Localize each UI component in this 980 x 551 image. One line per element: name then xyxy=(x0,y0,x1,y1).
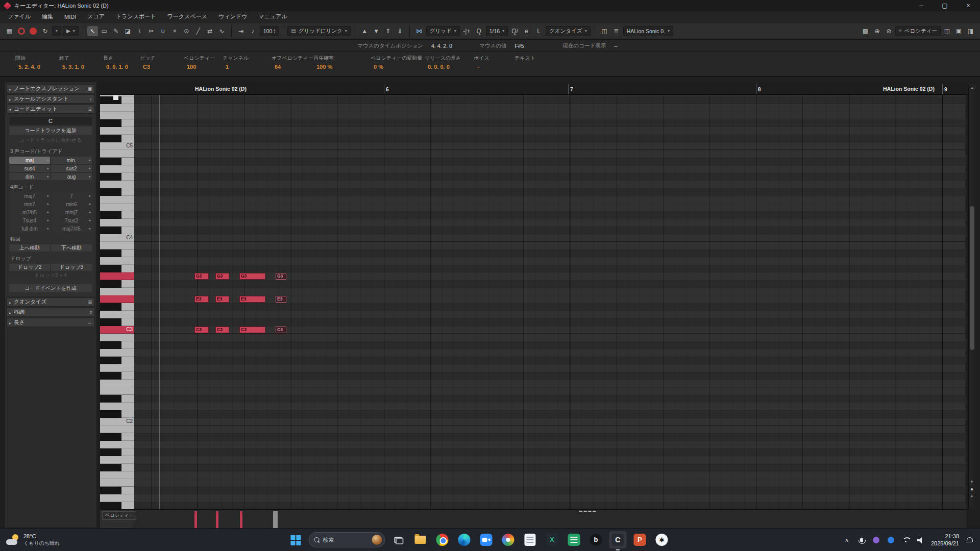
inversion-button[interactable]: 上へ移動 xyxy=(9,244,50,252)
show-part-borders-icon[interactable]: ◫ xyxy=(599,26,610,36)
snap-toggle-button[interactable]: ⋈ xyxy=(414,26,425,36)
seventh-chord-button[interactable]: 7 xyxy=(51,192,92,199)
edge-icon[interactable] xyxy=(455,531,473,548)
lower-zone-icon[interactable]: ▣ xyxy=(953,26,964,36)
velocity-lane[interactable]: ベロシティー xyxy=(100,509,966,528)
draw-tool[interactable]: ✎ xyxy=(111,26,121,36)
piano-key-C4[interactable]: C4 xyxy=(100,234,134,242)
info-field[interactable]: ピッチ C3 xyxy=(140,55,184,76)
piano-key-B3[interactable] xyxy=(100,242,134,249)
search-highlight-icon[interactable] xyxy=(372,535,382,545)
notepad-icon[interactable] xyxy=(521,531,538,548)
piano-key-D#2[interactable] xyxy=(100,395,134,403)
task-view-icon[interactable] xyxy=(389,531,407,548)
info-field[interactable]: チャンネル 1 xyxy=(223,55,272,76)
piano-key-C2[interactable]: C2 xyxy=(100,418,134,425)
piano-key-G3[interactable] xyxy=(100,272,134,280)
midi-input-icon[interactable]: ♪ xyxy=(248,26,258,36)
section-length[interactable]: 長さ ↔ xyxy=(6,318,95,327)
piano-key-G#2[interactable] xyxy=(100,357,134,364)
note-grid[interactable]: G3G3G3G3E3E3E3E3C3C3C3C3 xyxy=(134,95,966,509)
info-field[interactable]: リリースの長さ 0. 0. 0. 0 xyxy=(425,55,474,76)
weather-widget[interactable]: 28°C くもりのち晴れ xyxy=(0,533,153,546)
piano-key-C#4[interactable] xyxy=(100,227,134,234)
add-chord-track-button[interactable]: コードトラックを追加 xyxy=(9,127,92,135)
piano-key-E4[interactable] xyxy=(100,204,134,211)
blue-app-icon[interactable] xyxy=(887,535,896,544)
piano-key-D5[interactable] xyxy=(100,127,134,135)
midi-note[interactable]: G3 xyxy=(194,273,209,280)
menu-item[interactable]: ファイル xyxy=(2,12,36,21)
acoustic-feedback-button[interactable]: ↻ xyxy=(40,26,51,36)
menu-item[interactable]: マニュアル xyxy=(253,12,292,21)
section-scale-assistant[interactable]: スケールアシスタント ♪ xyxy=(6,94,95,104)
velocity-bar[interactable] xyxy=(216,511,218,528)
piano-key-A#2[interactable] xyxy=(100,341,134,349)
keyboard-zoom-handle[interactable] xyxy=(113,95,118,100)
piano-key-F2[interactable] xyxy=(100,380,134,387)
time-warp-tool[interactable]: ⇄ xyxy=(205,26,215,36)
length-quantize-dropdown[interactable]: クオンタイズ xyxy=(546,26,591,36)
piano-key-A3[interactable] xyxy=(100,257,134,265)
piano-key-F#4[interactable] xyxy=(100,188,134,196)
seventh-chord-button[interactable]: minj7 xyxy=(51,209,92,216)
velocity-bar[interactable] xyxy=(273,511,278,528)
piano-key-F3[interactable] xyxy=(100,288,134,295)
midi-note[interactable]: C3 xyxy=(276,327,286,333)
move-down-octave-icon[interactable]: ⇓ xyxy=(395,26,405,36)
independent-loop-icon[interactable]: ⊘ xyxy=(884,26,894,36)
seventh-chord-button[interactable]: 7sus2 xyxy=(51,217,92,224)
piano-key-C#3[interactable] xyxy=(100,318,134,326)
midi-note[interactable]: E3 xyxy=(239,296,265,303)
piano-key-D4[interactable] xyxy=(100,219,134,227)
piano-key-G#3[interactable] xyxy=(100,265,134,272)
spreadsheet-icon[interactable] xyxy=(565,531,582,548)
drop-button[interactable]: ドロップ3 xyxy=(51,264,92,271)
taskbar-search[interactable] xyxy=(308,532,385,547)
glue-tool[interactable]: ∪ xyxy=(158,26,168,36)
piano-key-C#1[interactable] xyxy=(100,502,134,509)
quantize-q-button[interactable]: Q xyxy=(474,26,484,36)
info-field[interactable]: 開始 5. 2. 4. 0 xyxy=(15,55,59,76)
piano-key-B2[interactable] xyxy=(100,334,134,341)
piano-key-A4[interactable] xyxy=(100,165,134,173)
video-call-app-icon[interactable] xyxy=(477,531,495,548)
window-layout-button[interactable]: ▦ xyxy=(4,26,15,36)
piano-key-D#5[interactable] xyxy=(100,119,134,127)
info-field[interactable]: テキスト xyxy=(514,55,535,76)
left-zone-icon[interactable]: ◫ xyxy=(942,26,952,36)
piano-key-A1[interactable] xyxy=(100,441,134,448)
drop-button[interactable]: ドロップ2 xyxy=(9,264,50,271)
velocity-bar[interactable] xyxy=(240,511,242,528)
piano-key-A2[interactable] xyxy=(100,349,134,357)
piano-key-D1[interactable] xyxy=(100,494,134,502)
section-chord-edit[interactable]: コードエディット ≣ xyxy=(6,105,95,114)
curve-tool[interactable]: ∿ xyxy=(216,26,227,36)
autoscroll-dropdown[interactable]: ▶ xyxy=(63,26,79,36)
trim-tool[interactable]: \ xyxy=(134,26,145,36)
close-button[interactable]: × xyxy=(957,0,980,11)
powerpoint-icon[interactable]: P xyxy=(631,531,648,548)
piano-key-A#1[interactable] xyxy=(100,433,134,441)
notifications-bell-icon[interactable] xyxy=(965,535,974,544)
seventh-chord-button[interactable]: m7/b5 xyxy=(9,209,50,216)
piano-key-C#2[interactable] xyxy=(100,410,134,418)
mic-icon[interactable] xyxy=(857,535,866,544)
piano-key-C5[interactable]: C5 xyxy=(100,142,134,150)
info-field[interactable]: オフベロシティー 64 xyxy=(272,55,313,76)
midi-note[interactable]: C3 xyxy=(194,327,209,333)
purple-app-icon[interactable] xyxy=(872,535,881,544)
piano-key-F4[interactable] xyxy=(100,196,134,204)
triad-button[interactable]: maj xyxy=(9,157,50,164)
piano-key-B1[interactable] xyxy=(100,425,134,433)
menu-item[interactable]: 編集 xyxy=(36,12,59,21)
zoom-in-button[interactable]: + xyxy=(970,494,973,499)
quantize-preset-dropdown[interactable]: 1/16 xyxy=(486,26,508,36)
piano-key-E1[interactable] xyxy=(100,479,134,487)
create-chord-event-button[interactable]: コードイベントを作成 xyxy=(9,284,92,292)
info-field[interactable]: ベロシティー 100 xyxy=(184,55,223,76)
move-up-icon[interactable]: ▲ xyxy=(359,26,370,36)
menu-item[interactable]: MIDI xyxy=(59,13,82,21)
seventh-chord-button[interactable]: full dim xyxy=(9,225,50,232)
scrollbar-thumb[interactable] xyxy=(970,206,974,350)
